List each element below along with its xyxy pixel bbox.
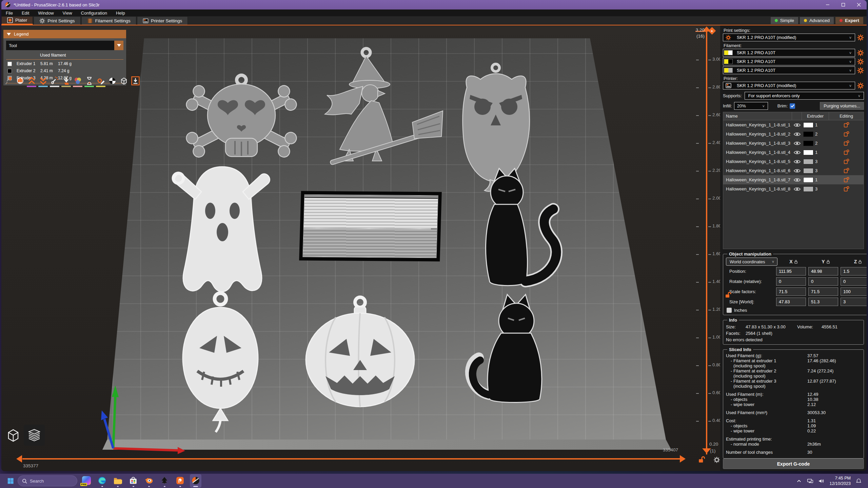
taskbar-clock[interactable]: 7:45 PM 12/10/2023	[829, 475, 851, 487]
brim-checkbox[interactable]	[790, 103, 795, 109]
manip-input-0-y[interactable]	[808, 267, 838, 276]
filament-edit-gear-button[interactable]	[857, 58, 864, 65]
wipe-tower-model[interactable]	[299, 191, 442, 262]
menu-view[interactable]: View	[58, 9, 77, 16]
object-row[interactable]: Halloween_Keyrings_1_1-8.stl_5 3	[723, 157, 864, 166]
print-settings-edit-gear-button[interactable]	[857, 34, 864, 41]
tab-printer-settings[interactable]: Printer Settings	[137, 16, 188, 25]
3d-viewport[interactable]: Legend Tool Used filament Extruder 1 5.8…	[1, 25, 720, 471]
object-row[interactable]: Halloween_Keyrings_1_1-8.stl_7 1	[723, 175, 864, 184]
uniform-scale-lock-icon[interactable]	[725, 291, 731, 299]
menu-window[interactable]: Window	[34, 9, 58, 16]
taskbar-icon-blender[interactable]	[143, 474, 155, 488]
visibility-eye-icon[interactable]	[792, 123, 802, 127]
coordinate-system-select[interactable]: World coordinates ˅	[726, 258, 777, 266]
visibility-eye-icon[interactable]	[792, 141, 802, 146]
visibility-eye-icon[interactable]	[792, 187, 802, 191]
hslider-left-thumb[interactable]	[16, 455, 22, 463]
edit-object-icon[interactable]	[829, 186, 864, 192]
black-cat-keyring[interactable]	[458, 293, 556, 410]
manip-input-1-x[interactable]	[776, 277, 806, 286]
taskbar-icon-microsoft-store[interactable]	[127, 474, 139, 488]
shells-icon[interactable]	[119, 76, 129, 88]
printer-edit-gear-button[interactable]	[857, 82, 864, 89]
network-icon[interactable]	[807, 478, 813, 484]
pause-prints-icon[interactable]	[84, 76, 94, 88]
mode-advanced[interactable]: Advanced	[800, 17, 834, 24]
3d-editor-view-button[interactable]	[3, 425, 24, 446]
witch-broom-keyring[interactable]	[312, 46, 444, 178]
manip-input-1-z[interactable]	[841, 277, 867, 286]
slider-lock-icon[interactable]	[698, 456, 705, 463]
slider-settings-gear-icon[interactable]	[713, 456, 720, 463]
tool-changes-icon[interactable]	[61, 76, 71, 88]
center-of-mass-icon[interactable]	[107, 76, 117, 88]
object-row[interactable]: Halloween_Keyrings_1_1-8.stl_4 1	[723, 148, 864, 157]
dropdown-arrow-icon[interactable]	[114, 41, 123, 50]
manip-input-0-x[interactable]	[776, 267, 806, 276]
edit-object-icon[interactable]	[829, 131, 864, 137]
retractions-icon[interactable]	[26, 76, 37, 88]
tray-chevron-up-icon[interactable]	[796, 478, 802, 484]
manip-input-2-z[interactable]	[841, 287, 867, 296]
manip-input-2-x[interactable]	[776, 287, 806, 296]
infill-select[interactable]: 20% ˅	[734, 102, 768, 110]
visibility-eye-icon[interactable]	[792, 178, 802, 182]
object-row[interactable]: Halloween_Keyrings_1_1-8.stl_3 2	[723, 139, 864, 148]
visibility-eye-icon[interactable]	[792, 132, 802, 137]
tab-print-settings[interactable]: Print Settings	[34, 16, 80, 25]
manip-input-3-x[interactable]	[776, 298, 806, 306]
taskbar-icon-inkscape[interactable]	[159, 474, 170, 488]
travels-icon[interactable]	[3, 76, 14, 88]
filament-select-3[interactable]: SKR 1.2 PRO A10T ˅	[723, 66, 855, 74]
preview-view-button[interactable]	[24, 425, 45, 446]
object-row[interactable]: Halloween_Keyrings_1_1-8.stl_8 3	[723, 184, 864, 194]
manip-input-3-z[interactable]	[841, 298, 867, 306]
legend-toggle-icon[interactable]	[130, 76, 140, 88]
edit-object-icon[interactable]	[829, 122, 864, 128]
object-row[interactable]: Halloween_Keyrings_1_1-8.stl_6 3	[723, 166, 864, 175]
taskbar-icon-printables[interactable]	[174, 474, 186, 488]
horizontal-range-slider[interactable]	[22, 458, 680, 460]
purging-volumes-button[interactable]: Purging volumes...	[820, 102, 864, 110]
edit-object-icon[interactable]	[829, 159, 864, 164]
view-type-select[interactable]: Tool	[6, 41, 123, 50]
filament-edit-gear-button[interactable]	[857, 67, 864, 74]
volume-icon[interactable]	[818, 478, 825, 484]
search-input[interactable]	[30, 479, 67, 484]
taskbar-icon-file-explorer[interactable]	[112, 474, 123, 488]
manip-input-2-y[interactable]	[808, 287, 838, 296]
pumpkin-keyring[interactable]	[302, 295, 419, 410]
taskbar-search[interactable]	[18, 475, 77, 486]
edit-object-icon[interactable]	[829, 140, 864, 146]
filament-select-1[interactable]: SKR 1.2 PRO A10T ˅	[723, 49, 855, 57]
menu-edit[interactable]: Edit	[17, 9, 34, 16]
custom-gcode-icon[interactable]	[96, 76, 106, 88]
maximize-button[interactable]	[835, 0, 851, 9]
mode-simple[interactable]: Simple	[771, 17, 798, 24]
tab-plater[interactable]: Plater	[1, 16, 33, 25]
menu-configuration[interactable]: Configuration	[77, 9, 112, 16]
taskbar-icon-prusaslicer[interactable]	[190, 474, 201, 488]
ghost-keyring[interactable]	[163, 159, 281, 305]
black-cat-sitting-keyring[interactable]	[475, 168, 573, 308]
printer-select[interactable]: SKR 1.2 PRO A10T (modified) ˅	[723, 82, 855, 89]
filament-edit-gear-button[interactable]	[857, 49, 864, 56]
menu-file[interactable]: File	[1, 9, 17, 16]
layer-slider[interactable]	[706, 30, 707, 454]
visibility-eye-icon[interactable]	[792, 168, 802, 173]
color-changes-icon[interactable]	[73, 76, 83, 88]
tab-filament-settings[interactable]: Filament Settings	[81, 16, 136, 25]
edit-object-icon[interactable]	[829, 168, 864, 174]
taskbar-icon-copilot[interactable]: PRE	[81, 474, 92, 488]
hslider-right-thumb[interactable]	[680, 455, 686, 463]
manip-input-3-y[interactable]	[808, 298, 838, 306]
supports-select[interactable]: For support enforcers only ˅	[745, 92, 864, 100]
object-row[interactable]: Halloween_Keyrings_1_1-8.stl_2 2	[723, 129, 864, 139]
start-button[interactable]	[5, 476, 16, 486]
manip-input-1-y[interactable]	[808, 277, 838, 286]
skull-crossbones-keyring[interactable]	[180, 70, 303, 167]
mode-expert[interactable]: Expert	[835, 17, 863, 24]
legend-header[interactable]: Legend	[3, 30, 126, 38]
export-gcode-button[interactable]: Export G-code	[723, 459, 864, 469]
